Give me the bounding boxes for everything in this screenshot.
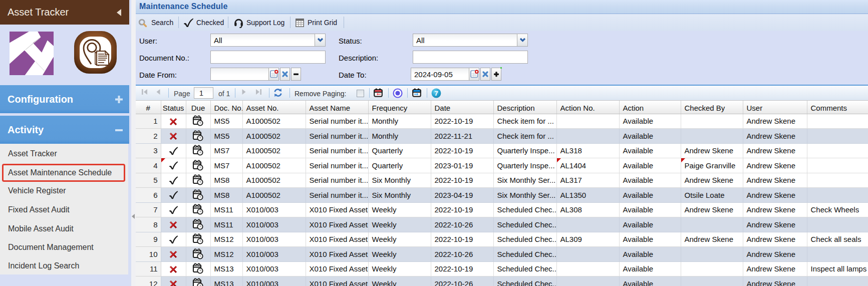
- svg-text:7: 7: [434, 90, 438, 97]
